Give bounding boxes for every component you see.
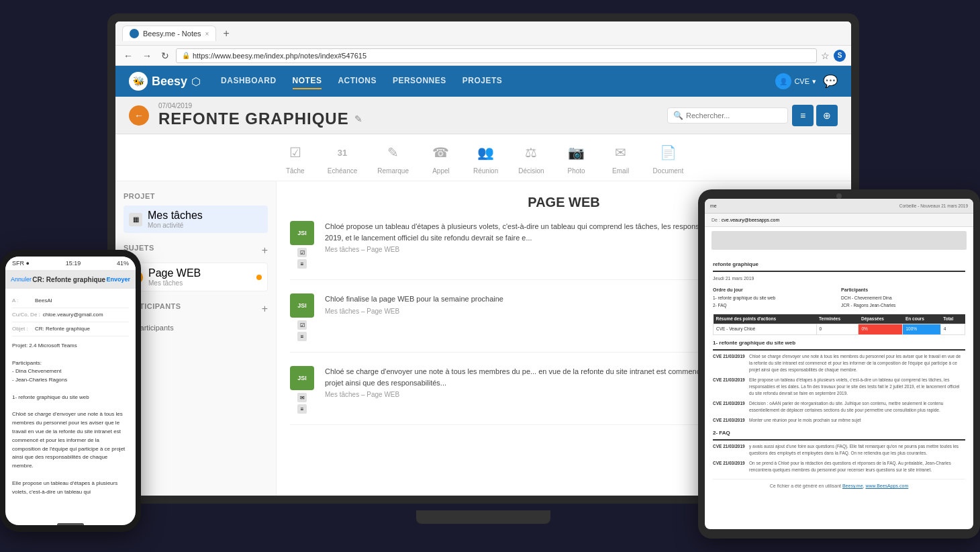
browser-profile-icon[interactable]: S bbox=[834, 50, 846, 62]
decision-icon: ⚖ bbox=[519, 140, 543, 165]
tablet-device: me Corbeille - Nouveaux 21 mars 2019 De … bbox=[698, 189, 980, 539]
tool-reunion[interactable]: 👥 Réunion bbox=[473, 140, 498, 175]
nav-projets[interactable]: PROJETS bbox=[462, 73, 503, 89]
sidebar-item-page-web[interactable]: ⬡ Page WEB Mes tâches bbox=[124, 263, 268, 291]
tablet-email-header: me Corbeille - Nouveaux 21 mars 2019 bbox=[705, 199, 973, 214]
item2-3-who: CVE 21/03/2019 bbox=[713, 400, 746, 407]
nav-actions[interactable]: ACTIONS bbox=[338, 73, 377, 89]
user-name: CVE bbox=[794, 77, 810, 85]
user-avatar: 👤 bbox=[775, 73, 791, 89]
refresh-nav-button[interactable]: ↻ bbox=[158, 49, 172, 62]
forward-nav-button[interactable]: → bbox=[140, 49, 154, 62]
back-button[interactable]: ← bbox=[129, 105, 149, 126]
item2-1-text: Chloé se charge d'envoyer une note à tou… bbox=[749, 353, 965, 374]
note1-avatar: JSI bbox=[290, 221, 314, 245]
phone-to-value[interactable]: BeesAI bbox=[35, 297, 52, 305]
nav-notes[interactable]: NOTES bbox=[293, 73, 322, 89]
item2-1-who: CVE 21/03/2019 bbox=[713, 353, 746, 360]
tablet-section1: refonte graphique Jeudi 21 mars 2019 Ord… bbox=[713, 261, 965, 309]
search-input[interactable] bbox=[686, 111, 779, 120]
add-participant-button[interactable]: + bbox=[262, 303, 268, 315]
note2-list-icon: ≡ bbox=[297, 332, 307, 341]
note3-list-icon: ≡ bbox=[297, 404, 307, 414]
note2-icons: ☑ ≡ bbox=[297, 320, 307, 341]
url-text: https://www.beesy.me/index.php/notes/ind… bbox=[193, 52, 366, 60]
phone-email-body[interactable]: Projet: 2.4 Microsoft Teams Participants… bbox=[12, 342, 129, 496]
phone-battery: 41% bbox=[117, 260, 129, 267]
tool-document[interactable]: 📄 Document bbox=[653, 140, 684, 175]
table-col-label: Résumé des points d'actions bbox=[714, 314, 817, 324]
item2-4-text: Monter une réunion pour le mois prochain… bbox=[749, 417, 861, 424]
tablet-agenda-item1: 1- refonte graphique du site web bbox=[713, 295, 837, 302]
sidebar-mes-taches-text: Mes tâches Mon activité bbox=[148, 210, 203, 229]
phone-device: SFR ● 15:19 41% Annuler CR: Refonte grap… bbox=[0, 250, 141, 532]
browser-tab[interactable]: Beesy.me - Notes × bbox=[122, 26, 216, 41]
address-bar[interactable]: 🔒 https://www.beesy.me/index.php/notes/i… bbox=[176, 48, 817, 63]
participants-count: 0 Participants bbox=[124, 321, 268, 334]
page-date: 07/04/2019 bbox=[158, 102, 362, 109]
edit-icon[interactable]: ✎ bbox=[354, 113, 362, 124]
tablet-agenda: Ordre du jour 1- refonte graphique du si… bbox=[713, 286, 837, 309]
nav-personnes[interactable]: PERSONNES bbox=[393, 73, 446, 89]
tablet-email-meta: Corbeille - Nouveaux 21 mars 2019 bbox=[899, 203, 968, 208]
item3-2-who: CVE 21/03/2019 bbox=[713, 460, 746, 467]
new-tab-button[interactable]: + bbox=[223, 28, 229, 40]
photo-icon: 📷 bbox=[565, 140, 589, 165]
tablet-item3-2: CVE 21/03/2019 On se prend à Chloé pour … bbox=[713, 460, 965, 474]
tablet-footer-link2[interactable]: www.BeesApps.com bbox=[865, 484, 908, 488]
sidebar-item-mes-taches[interactable]: ▦ Mes tâches Mon activité bbox=[124, 205, 268, 233]
nav-dashboard[interactable]: DASHBOARD bbox=[221, 73, 277, 89]
reunion-label: Réunion bbox=[473, 167, 498, 175]
tablet-participant1: DCH - Chevenement Dina bbox=[841, 295, 965, 302]
phone-subject-value[interactable]: CR: Refonte graphique bbox=[35, 325, 90, 333]
browser-tab-bar: Beesy.me - Notes × + bbox=[115, 21, 851, 46]
note3-icons: ✉ ≡ bbox=[297, 393, 307, 414]
tablet-participants-title: Participants bbox=[841, 286, 965, 293]
page-title-row: REFONTE GRAPHIQUE ✎ bbox=[158, 109, 362, 128]
item2-2-text: Elle propose un tableau d'étapes à plusi… bbox=[749, 377, 965, 398]
note3-envelope-icon: ✉ bbox=[297, 393, 307, 402]
phone-send-button[interactable]: Envoyer bbox=[106, 276, 130, 283]
tache-label: Tâche bbox=[286, 167, 305, 175]
app-header: 🐝 Beesy ⬡ DASHBOARD NOTES ACTIONS PERSON… bbox=[115, 66, 851, 97]
tablet-divider-bar bbox=[712, 231, 967, 250]
note2-check-icon: ☑ bbox=[297, 320, 307, 330]
filter-button[interactable]: ≡ bbox=[792, 105, 814, 126]
tab-close-button[interactable]: × bbox=[205, 30, 209, 38]
tool-tache[interactable]: ☑ Tâche bbox=[283, 140, 307, 175]
phone-cancel-button[interactable]: Annuler bbox=[11, 276, 32, 283]
page-meta: 07/04/2019 REFONTE GRAPHIQUE ✎ bbox=[158, 102, 362, 128]
bookmark-icon[interactable]: ☆ bbox=[821, 50, 830, 61]
add-sujet-button[interactable]: + bbox=[262, 244, 268, 257]
tool-decision[interactable]: ⚖ Décision bbox=[518, 140, 544, 175]
toolbar: ☑ Tâche 31 Echéance ✎ Remarque ☎ Appel 👥 bbox=[115, 134, 851, 181]
sujets-section-header: SUJETS + bbox=[124, 244, 268, 257]
settings-button[interactable]: ⊕ bbox=[816, 105, 838, 126]
tablet-summary-table: Résumé des points d'actions Terminées Dé… bbox=[713, 314, 965, 335]
browser-nav-bar: ← → ↻ 🔒 https://www.beesy.me/index.php/n… bbox=[115, 46, 851, 66]
phone-email-content: A : BeesAI Cu/Co, De : chloe.veaury@gmai… bbox=[5, 289, 136, 502]
phone-cc-value[interactable]: chloe.veaury@gmail.com bbox=[43, 311, 103, 319]
phone-home-button[interactable] bbox=[57, 523, 84, 525]
tablet-item2-4: CVE 21/03/2019 Monter une réunion pour l… bbox=[713, 417, 965, 424]
lock-icon: 🔒 bbox=[182, 52, 190, 59]
back-nav-button[interactable]: ← bbox=[121, 49, 136, 62]
item2-2-who: CVE 21/03/2019 bbox=[713, 377, 746, 383]
tablet-footer-link[interactable]: Beesy.me bbox=[842, 484, 863, 488]
tool-email[interactable]: ✉ Email bbox=[609, 140, 633, 175]
tool-echeance[interactable]: 31 Echéance bbox=[328, 140, 357, 175]
mes-taches-label: Mes tâches bbox=[148, 210, 203, 222]
tablet-section2-title: 1- refonte graphique du site web bbox=[713, 339, 965, 351]
user-badge[interactable]: 👤 CVE ▾ bbox=[775, 73, 816, 89]
phone-subject-label: Objet : bbox=[12, 325, 32, 333]
tool-appel[interactable]: ☎ Appel bbox=[429, 140, 453, 175]
tablet-section3-title: 2- FAQ bbox=[713, 429, 965, 441]
logo-text: Beesy bbox=[152, 75, 187, 89]
chat-icon[interactable]: 💬 bbox=[823, 74, 838, 89]
tablet-footer-text: Ce fichier a été généré en utilisant bbox=[770, 484, 841, 488]
tool-photo[interactable]: 📷 Photo bbox=[565, 140, 589, 175]
appel-label: Appel bbox=[432, 167, 450, 175]
tablet-from-value: cve.veaury@beesapps.com bbox=[722, 218, 779, 222]
tool-remarque[interactable]: ✎ Remarque bbox=[377, 140, 409, 175]
item3-2-text: On se prend à Chloé pour la rédaction de… bbox=[749, 460, 965, 474]
